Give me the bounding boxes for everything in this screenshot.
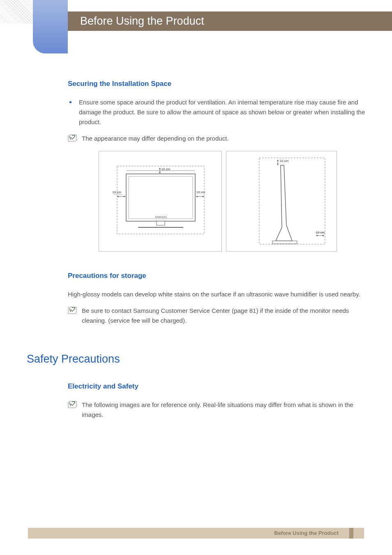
front-view-diagram: 10 cm 10 cm 10 cm SAMSUNG [99,151,222,252]
storage-heading: Precautions for storage [68,270,367,281]
diagram-label-right: 10 cm [196,190,205,195]
safety-note-text: The following images are for reference o… [82,400,367,420]
safety-main-heading: Safety Precautions [27,350,367,368]
diagram-label-left: 10 cm [113,190,122,195]
chapter-tab-decoration [33,0,68,53]
storage-note-text: Be sure to contact Samsung Customer Serv… [82,306,367,326]
section-storage: Precautions for storage High-glossy mode… [68,270,367,326]
installation-bullet-text: Ensure some space around the product for… [79,97,367,127]
side-view-diagram: 10 cm 10 cm [226,151,337,252]
storage-body: High-glossy models can develop white sta… [68,289,367,299]
storage-note-row: Be sure to contact Samsung Customer Serv… [68,306,367,326]
installation-note-row: The appearance may differ depending on t… [68,134,367,143]
safety-note-row: The following images are for reference o… [68,400,367,420]
clearance-diagrams: 10 cm 10 cm 10 cm SAMSUNG 10 cm 10 cm [68,151,367,252]
footer-accent-block [349,528,353,539]
diagram2-label-bottom: 10 cm [316,230,325,236]
chapter-title: Before Using the Product [68,12,392,31]
page-footer-bar: Before Using the Product [28,528,364,539]
svg-rect-3 [157,221,165,225]
safety-subheading: Electricity and Safety [68,381,367,392]
svg-rect-11 [272,241,297,244]
diagram-label-top: 10 cm [161,167,171,172]
bullet-icon [69,101,71,103]
svg-rect-10 [259,158,325,244]
note-icon [68,134,77,142]
installation-note-text: The appearance may differ depending on t… [82,134,228,143]
footer-chapter-name: Before Using the Product [274,529,339,538]
page-content: Securing the Installation Space Ensure s… [68,78,367,425]
corner-hatch-decoration [0,0,33,24]
installation-heading: Securing the Installation Space [68,78,367,89]
section-safety: Safety Precautions Electricity and Safet… [68,350,367,419]
diagram-brand-label: SAMSUNG [155,215,167,219]
chapter-header-bar: Before Using the Product [68,12,392,31]
diagram2-label-top: 10 cm [280,159,289,164]
svg-rect-2 [129,176,193,219]
note-icon [68,307,77,314]
section-installation: Securing the Installation Space Ensure s… [68,78,367,252]
note-icon [68,401,77,408]
installation-bullet-row: Ensure some space around the product for… [68,97,367,127]
